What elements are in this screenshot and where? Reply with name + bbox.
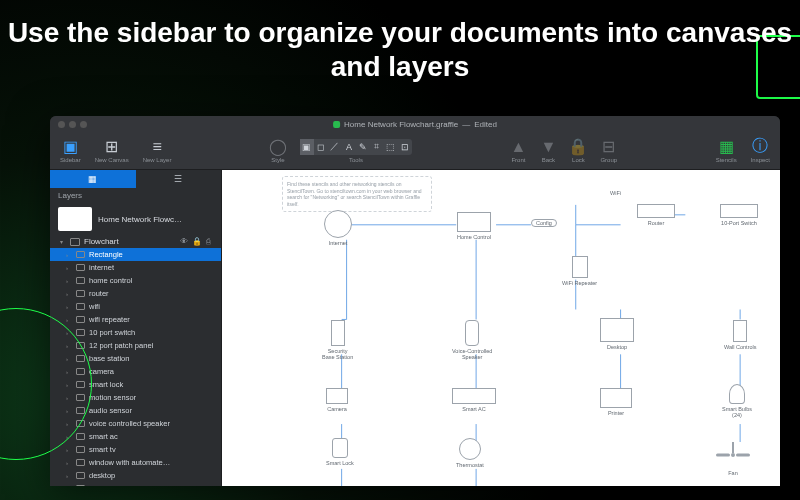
canvas-name: Home Network Flowc…: [98, 215, 182, 224]
tree-item[interactable]: ›12 port patch panel: [66, 339, 221, 352]
node-fan[interactable]: Fan: [716, 442, 750, 476]
tree-item[interactable]: ›wifi repeater: [66, 313, 221, 326]
node-camera[interactable]: Camera: [326, 388, 348, 412]
shape-icon: [76, 290, 85, 297]
tree-item-label: motion sensor: [89, 393, 136, 402]
node-wifi-repeater[interactable]: WiFi Repeater: [562, 256, 597, 286]
print-small-icon[interactable]: ⎙: [206, 237, 211, 246]
config-pill[interactable]: Config: [531, 219, 557, 227]
node-smart-bulbs[interactable]: Smart Bulbs (24): [722, 384, 752, 418]
chevron-icon[interactable]: ›: [66, 252, 72, 258]
stamp-tool-icon[interactable]: ⌗: [370, 139, 384, 155]
chevron-icon[interactable]: ›: [66, 343, 72, 349]
tree-item[interactable]: ›smart ac: [66, 430, 221, 443]
tree-item[interactable]: ›Rectangle: [50, 248, 221, 261]
toolbar-lock[interactable]: 🔒 Lock: [566, 139, 590, 163]
tree-item[interactable]: ›wifi: [66, 300, 221, 313]
shape-tool-icon[interactable]: ◻: [314, 139, 328, 155]
chevron-icon[interactable]: ›: [66, 265, 72, 271]
chevron-icon[interactable]: ›: [66, 421, 72, 427]
eye-icon[interactable]: 👁: [180, 237, 188, 246]
chevron-icon[interactable]: ›: [66, 304, 72, 310]
tree-item[interactable]: ›printer: [66, 482, 221, 486]
node-desktop[interactable]: Desktop: [600, 318, 634, 350]
chevron-icon[interactable]: ›: [66, 356, 72, 362]
selection-tool-icon[interactable]: ▣: [300, 139, 314, 155]
canvas-area[interactable]: Find these stencils and other networking…: [222, 170, 780, 486]
point-tool-icon[interactable]: ⊡: [398, 139, 412, 155]
style-icon: ◯: [270, 139, 286, 155]
tree-item[interactable]: ›desktop: [66, 469, 221, 482]
toolbar-front[interactable]: ▲ Front: [506, 139, 530, 163]
tree-item[interactable]: ›camera: [66, 365, 221, 378]
traffic-lights[interactable]: [58, 121, 87, 128]
tree-item-label: internet: [89, 263, 114, 272]
toolbar-group[interactable]: ⊟ Group: [596, 139, 621, 163]
shape-icon: [76, 407, 85, 414]
chevron-icon[interactable]: ›: [66, 330, 72, 336]
promo-headline: Use the sidebar to organize your documen…: [0, 16, 800, 83]
info-icon: ⓘ: [752, 139, 768, 155]
chevron-icon[interactable]: ›: [66, 382, 72, 388]
chevron-icon[interactable]: ›: [66, 291, 72, 297]
hand-tool-icon[interactable]: ⬚: [384, 139, 398, 155]
chevron-icon[interactable]: ›: [66, 395, 72, 401]
tree-item[interactable]: ›home control: [66, 274, 221, 287]
canvas-row[interactable]: Home Network Flowc…: [50, 203, 221, 235]
toolbar-new-canvas[interactable]: ⊞ New Canvas: [91, 139, 133, 163]
tree-item[interactable]: ›audio sensor: [66, 404, 221, 417]
node-printer[interactable]: Printer: [600, 388, 632, 416]
chevron-icon[interactable]: ›: [66, 460, 72, 466]
tree-item[interactable]: ›voice controlled speaker: [66, 417, 221, 430]
tree-item[interactable]: ›smart tv: [66, 443, 221, 456]
toolbar-new-layer[interactable]: ≡ New Layer: [139, 139, 176, 163]
object-tree[interactable]: ›Rectangle›internet›home control›router›…: [50, 248, 221, 486]
node-internet[interactable]: Internet: [324, 210, 352, 246]
chevron-icon[interactable]: ›: [66, 434, 72, 440]
tool-segmented[interactable]: ▣ ◻ ／ A ✎ ⌗ ⬚ ⊡: [300, 139, 412, 155]
node-wall-controls[interactable]: Wall Controls: [724, 320, 757, 350]
chevron-icon[interactable]: ›: [66, 447, 72, 453]
node-smart-ac[interactable]: Smart AC: [452, 388, 496, 412]
tree-item-label: wifi: [89, 302, 100, 311]
chevron-icon[interactable]: ›: [66, 473, 72, 479]
tree-item[interactable]: ›10 port switch: [66, 326, 221, 339]
text-tool-icon[interactable]: A: [342, 139, 356, 155]
document-icon: [333, 121, 340, 128]
pen-tool-icon[interactable]: ✎: [356, 139, 370, 155]
line-tool-icon[interactable]: ／: [328, 139, 342, 155]
tree-item[interactable]: ›window with automate…: [66, 456, 221, 469]
tree-item-label: home control: [89, 276, 132, 285]
tree-item[interactable]: ›base station: [66, 352, 221, 365]
layer-row[interactable]: ▾ Flowchart 👁 🔒 ⎙: [50, 235, 221, 248]
chevron-icon[interactable]: ›: [66, 486, 72, 487]
chevron-icon[interactable]: ›: [66, 278, 72, 284]
toolbar-sidebar[interactable]: ▣ Sidebar: [56, 139, 85, 163]
chevron-icon[interactable]: ›: [66, 369, 72, 375]
tab-canvases[interactable]: ▦: [50, 170, 136, 188]
node-home-control[interactable]: Home Control: [457, 212, 491, 240]
toolbar-inspect[interactable]: ⓘ Inspect: [747, 139, 774, 163]
tree-item[interactable]: ›router: [66, 287, 221, 300]
node-smart-lock[interactable]: Smart Lock: [326, 438, 354, 466]
node-router[interactable]: Router: [637, 204, 675, 226]
node-base-station[interactable]: Security Base Station: [322, 320, 353, 360]
toolbar-back[interactable]: ▼ Back: [536, 139, 560, 163]
tree-item[interactable]: ›smart lock: [66, 378, 221, 391]
toolbar-style[interactable]: ◯ Style: [266, 139, 290, 163]
chevron-icon[interactable]: ›: [66, 317, 72, 323]
node-10-port-switch[interactable]: 10-Port Switch: [720, 204, 758, 226]
node-voice-speaker[interactable]: Voice-Controlled Speaker: [452, 320, 492, 360]
tree-item[interactable]: ›motion sensor: [66, 391, 221, 404]
titlebar: Home Network Flowchart.graffle — Edited: [50, 116, 780, 132]
disclosure-icon[interactable]: ▾: [60, 238, 66, 245]
node-thermostat[interactable]: Thermostat: [456, 438, 484, 468]
lock-small-icon[interactable]: 🔒: [192, 237, 202, 246]
tab-objects[interactable]: ☰: [136, 170, 222, 188]
tree-item-label: wifi repeater: [89, 315, 130, 324]
toolbar-stencils[interactable]: ▦ Stencils: [712, 139, 741, 163]
tree-item[interactable]: ›internet: [66, 261, 221, 274]
toolbar-tools: ▣ ◻ ／ A ✎ ⌗ ⬚ ⊡ Tools: [296, 139, 416, 163]
chevron-icon[interactable]: ›: [66, 408, 72, 414]
node-wifi[interactable]: WiFi: [610, 190, 621, 196]
